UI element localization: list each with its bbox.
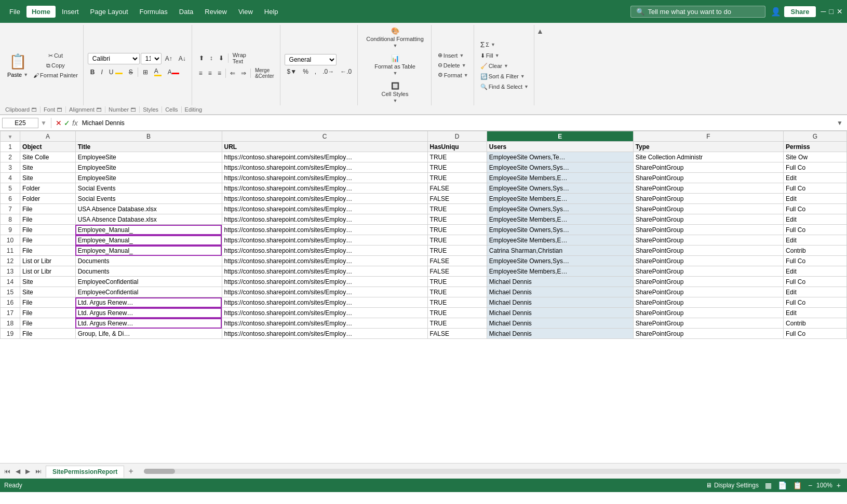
cell-d9[interactable]: TRUE [427,225,487,235]
cell-d1[interactable]: HasUniqu [427,142,487,152]
editing-label[interactable]: Editing [182,106,206,113]
cell-b1[interactable]: Title [75,142,222,152]
number-format-select[interactable]: General [285,54,337,65]
cell-b8[interactable]: USA Absence Database.xlsx [75,214,222,225]
prev-sheet-button[interactable]: ◀ [14,467,22,476]
cell-f19[interactable]: SharePointGroup [633,329,783,339]
cell-e5[interactable]: EmployeeSite Owners,Sys… [487,183,633,194]
copy-button[interactable]: ⧉ Copy [31,61,80,70]
cell-b16[interactable]: Ltd. Argus Renew… [75,297,222,308]
font-label[interactable]: Font 🗔 [41,106,66,113]
cell-reference-input[interactable] [2,118,38,128]
cell-b7[interactable]: USA Absence Database.xlsx [75,204,222,214]
formula-input[interactable] [80,118,835,128]
menu-help[interactable]: Help [259,6,284,18]
bold-button[interactable]: B [88,67,98,77]
percent-button[interactable]: % [300,67,311,76]
cell-e12[interactable]: EmployeeSite Owners,Sys… [487,256,633,266]
cell-c17[interactable]: https://contoso.sharepoint.com/sites/Emp… [222,308,427,318]
align-bottom-button[interactable]: ⬇ [216,53,226,63]
col-header-g[interactable]: G [784,131,847,142]
cell-d7[interactable]: TRUE [427,204,487,214]
cell-g6[interactable]: Edit [784,194,847,204]
share-button[interactable]: Share [784,6,815,17]
cell-d16[interactable]: TRUE [427,297,487,308]
decrease-indent-button[interactable]: ⇐ [227,69,238,78]
cell-b15[interactable]: EmployeeConfidential [75,287,222,297]
cell-e14[interactable]: Michael Dennis [487,277,633,287]
cell-e2[interactable]: EmployeeSite Owners,Te… [487,152,633,162]
cell-e9[interactable]: EmployeeSite Owners,Sys… [487,225,633,235]
col-header-e[interactable]: E [487,131,633,142]
autosum-button[interactable]: ΣΣ▼ [478,39,531,50]
cell-b3[interactable]: EmployeeSite [75,162,222,173]
increase-indent-button[interactable]: ⇒ [238,69,249,78]
cell-a5[interactable]: Folder [20,183,76,194]
align-left-button[interactable]: ≡ [196,69,205,78]
cell-b19[interactable]: Group, Life, & Di… [75,329,222,339]
page-layout-view-button[interactable]: 📄 [776,480,789,491]
page-break-view-button[interactable]: 📋 [791,480,804,491]
cell-b9[interactable]: Employee_Manual_ [75,225,222,235]
conditional-formatting-button[interactable]: 🎨 Conditional Formatting ▼ [362,25,428,50]
cell-d8[interactable]: TRUE [427,214,487,225]
cell-g15[interactable]: Edit [784,287,847,297]
hscroll-area[interactable] [138,469,847,474]
cell-a6[interactable]: Folder [20,194,76,204]
confirm-formula-icon[interactable]: ✓ [64,119,70,127]
cell-g4[interactable]: Edit [784,173,847,183]
cell-a10[interactable]: File [20,235,76,246]
menu-data[interactable]: Data [174,6,198,18]
format-painter-button[interactable]: 🖌 Format Painter [31,71,80,79]
cell-c13[interactable]: https://contoso.sharepoint.com/sites/Emp… [222,266,427,277]
zoom-out-button[interactable]: − [806,480,814,491]
cell-e6[interactable]: EmployeeSite Members,E… [487,194,633,204]
next-sheet-button[interactable]: ▶ [23,467,32,476]
sheet-tab[interactable]: SitePermissionReport [46,466,124,478]
cell-g19[interactable]: Full Co [784,329,847,339]
strikethrough-button[interactable]: S [126,67,136,77]
cell-f14[interactable]: SharePointGroup [633,277,783,287]
last-sheet-button[interactable]: ⏭ [33,467,44,476]
cell-g12[interactable]: Full Co [784,256,847,266]
cell-a8[interactable]: File [20,214,76,225]
cell-g9[interactable]: Full Co [784,225,847,235]
align-right-button[interactable]: ≡ [215,69,224,78]
cell-f13[interactable]: SharePointGroup [633,266,783,277]
font-color-button[interactable]: A [165,67,182,77]
cell-f3[interactable]: SharePointGroup [633,162,783,173]
cell-b6[interactable]: Social Events [75,194,222,204]
decrease-font-button[interactable]: A↓ [176,54,189,63]
cell-c2[interactable]: https://contoso.sharepoint.com/sites/Emp… [222,152,427,162]
cell-a7[interactable]: File [20,204,76,214]
menu-formulas[interactable]: Formulas [135,6,173,18]
cell-f2[interactable]: Site Collection Administr [633,152,783,162]
find-select-button[interactable]: 🔍Find & Select▼ [478,83,531,91]
cell-g8[interactable]: Edit [784,214,847,225]
align-middle-button[interactable]: ↕ [207,53,216,63]
cell-e16[interactable]: Michael Dennis [487,297,633,308]
cell-e19[interactable]: Michael Dennis [487,329,633,339]
minimize-button[interactable]: ─ [821,7,826,16]
borders-button[interactable]: ⊞ [140,67,151,77]
cell-g11[interactable]: Contrib [784,246,847,256]
cell-d2[interactable]: TRUE [427,152,487,162]
cell-d18[interactable]: TRUE [427,318,487,329]
cell-f6[interactable]: SharePointGroup [633,194,783,204]
cell-c5[interactable]: https://contoso.sharepoint.com/sites/Emp… [222,183,427,194]
font-family-select[interactable]: Calibri [88,53,140,64]
cell-d17[interactable]: TRUE [427,308,487,318]
cell-g17[interactable]: Edit [784,308,847,318]
cell-f11[interactable]: SharePointGroup [633,246,783,256]
cell-f5[interactable]: SharePointGroup [633,183,783,194]
insert-function-icon[interactable]: fx [72,119,78,127]
select-all-icon[interactable]: ▼ [8,134,13,140]
clipboard-label[interactable]: Clipboard 🗔 [2,106,41,113]
cell-f18[interactable]: SharePointGroup [633,318,783,329]
cell-g14[interactable]: Full Co [784,277,847,287]
cell-c19[interactable]: https://contoso.sharepoint.com/sites/Emp… [222,329,427,339]
cell-e13[interactable]: EmployeeSite Members,E… [487,266,633,277]
number-label[interactable]: Number 🗔 [105,106,140,113]
cell-d14[interactable]: TRUE [427,277,487,287]
cell-e8[interactable]: EmployeeSite Members,E… [487,214,633,225]
